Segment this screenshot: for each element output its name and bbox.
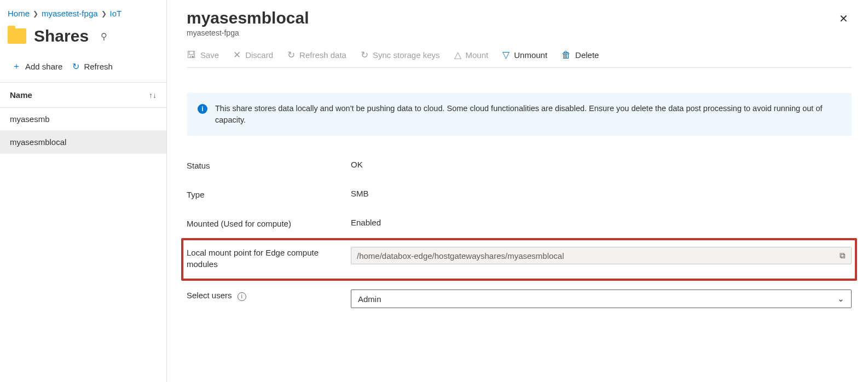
sync-keys-label: Sync storage keys bbox=[373, 50, 440, 60]
delete-button[interactable]: 🗑 Delete bbox=[562, 49, 599, 61]
mounted-row: Mounted (Used for compute) Enabled bbox=[187, 209, 852, 238]
unmount-icon: ▽ bbox=[502, 49, 510, 61]
select-users-label: Select users i bbox=[187, 290, 351, 301]
mount-button[interactable]: △ Mount bbox=[454, 49, 489, 61]
select-users-label-text: Select users bbox=[187, 291, 232, 300]
column-name-label: Name bbox=[10, 90, 32, 100]
mountpoint-field[interactable]: /home/databox-edge/hostgatewayshares/mya… bbox=[351, 247, 852, 264]
unmount-label: Unmount bbox=[514, 50, 547, 60]
detail-header: myasesmblocal myasetest-fpga ✕ bbox=[187, 9, 852, 37]
mounted-value: Enabled bbox=[351, 218, 381, 227]
status-row: Status OK bbox=[187, 151, 852, 180]
refresh-icon: ↻ bbox=[287, 49, 295, 61]
unmount-button[interactable]: ▽ Unmount bbox=[502, 49, 547, 61]
share-row[interactable]: myasesmblocal bbox=[0, 131, 166, 154]
save-label: Save bbox=[200, 50, 219, 60]
save-button[interactable]: 🖫 Save bbox=[187, 49, 219, 61]
mounted-label: Mounted (Used for compute) bbox=[187, 218, 351, 229]
select-users-value: Admin bbox=[358, 294, 381, 304]
chevron-right-icon: ❯ bbox=[33, 10, 38, 18]
refresh-data-button[interactable]: ↻ Refresh data bbox=[287, 49, 346, 61]
left-pane: Home ❯ myasetest-fpga ❯ IoT Shares ⚲ ＋ A… bbox=[0, 0, 167, 382]
info-bar: i This share stores data locally and won… bbox=[187, 93, 852, 136]
sort-icon: ↑↓ bbox=[149, 91, 157, 100]
page-header: Shares ⚲ bbox=[0, 21, 166, 55]
mountpoint-value: /home/databox-edge/hostgatewayshares/mya… bbox=[357, 251, 564, 261]
select-users-row: Select users i Admin ⌄ bbox=[187, 281, 852, 317]
mount-icon: △ bbox=[454, 49, 461, 61]
refresh-data-label: Refresh data bbox=[299, 50, 346, 60]
status-value: OK bbox=[351, 160, 363, 169]
mountpoint-highlight: Local mount point for Edge compute modul… bbox=[181, 238, 857, 281]
chevron-right-icon: ❯ bbox=[101, 10, 107, 18]
folder-icon bbox=[8, 28, 26, 44]
properties: Status OK Type SMB Mounted (Used for com… bbox=[187, 151, 852, 317]
column-header-name[interactable]: Name ↑↓ bbox=[0, 83, 166, 108]
close-button[interactable]: ✕ bbox=[836, 9, 852, 28]
status-label: Status bbox=[187, 160, 351, 171]
info-icon: i bbox=[198, 104, 207, 114]
type-value: SMB bbox=[351, 189, 369, 198]
mountpoint-label: Local mount point for Edge compute modul… bbox=[187, 247, 351, 270]
info-icon[interactable]: i bbox=[238, 292, 246, 301]
refresh-icon: ↻ bbox=[361, 49, 368, 61]
info-message: This share stores data locally and won't… bbox=[215, 103, 841, 126]
detail-panel: myasesmblocal myasetest-fpga ✕ 🖫 Save ✕ … bbox=[167, 0, 868, 382]
share-row[interactable]: myasesmb bbox=[0, 108, 166, 131]
delete-label: Delete bbox=[575, 50, 599, 60]
breadcrumb-tail[interactable]: IoT bbox=[110, 9, 122, 18]
sync-keys-button[interactable]: ↻ Sync storage keys bbox=[361, 49, 440, 61]
copy-icon[interactable]: ⧉ bbox=[840, 251, 846, 261]
refresh-icon: ↻ bbox=[72, 61, 79, 72]
close-icon: ✕ bbox=[839, 13, 848, 25]
select-users-dropdown[interactable]: Admin ⌄ bbox=[351, 290, 852, 308]
type-label: Type bbox=[187, 189, 351, 200]
refresh-button[interactable]: ↻ Refresh bbox=[72, 61, 113, 72]
delete-icon: 🗑 bbox=[562, 50, 571, 61]
mount-label: Mount bbox=[466, 50, 489, 60]
add-share-label: Add share bbox=[25, 62, 62, 71]
save-icon: 🖫 bbox=[187, 50, 196, 61]
refresh-label: Refresh bbox=[84, 62, 113, 71]
chevron-down-icon: ⌄ bbox=[837, 294, 844, 304]
pin-icon[interactable]: ⚲ bbox=[101, 31, 107, 42]
detail-subtitle: myasetest-fpga bbox=[187, 28, 309, 37]
breadcrumb-home[interactable]: Home bbox=[8, 9, 30, 18]
add-share-button[interactable]: ＋ Add share bbox=[12, 61, 62, 72]
discard-icon: ✕ bbox=[233, 49, 241, 61]
command-bar: 🖫 Save ✕ Discard ↻ Refresh data ↻ Sync s… bbox=[187, 49, 852, 68]
detail-title: myasesmblocal bbox=[187, 9, 309, 27]
discard-button[interactable]: ✕ Discard bbox=[233, 49, 273, 61]
plus-icon: ＋ bbox=[12, 61, 21, 72]
page-title: Shares bbox=[34, 27, 89, 45]
discard-label: Discard bbox=[245, 50, 273, 60]
breadcrumb: Home ❯ myasetest-fpga ❯ IoT bbox=[0, 5, 166, 21]
mountpoint-row: Local mount point for Edge compute modul… bbox=[187, 245, 852, 272]
left-toolbar: ＋ Add share ↻ Refresh bbox=[0, 55, 166, 83]
breadcrumb-resource[interactable]: myasetest-fpga bbox=[42, 9, 98, 18]
type-row: Type SMB bbox=[187, 180, 852, 209]
